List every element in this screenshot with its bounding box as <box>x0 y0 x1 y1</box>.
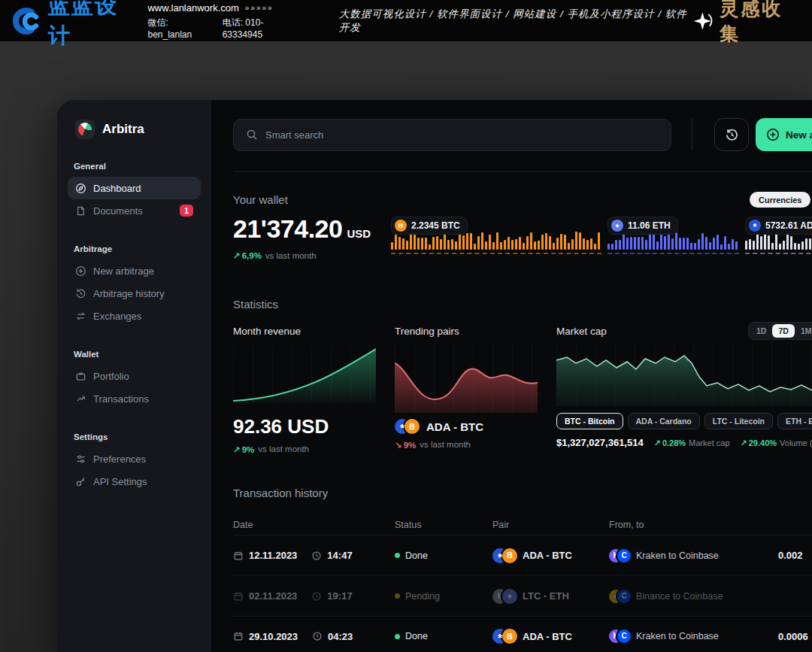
nav-section-wallet: Wallet <box>74 350 196 359</box>
market-cap-change: 0.28% <box>654 438 686 448</box>
topbar-divider <box>692 119 692 150</box>
sidebar-item-documents[interactable]: Documents 1 <box>68 199 201 222</box>
pair-icons <box>492 548 517 563</box>
sidebar-item-portfolio[interactable]: Portfolio <box>68 365 201 387</box>
lanlan-logo-icon <box>12 7 42 35</box>
tag-btc-bitcoin[interactable]: BTC - Bitcoin <box>556 413 623 429</box>
status-dot-done <box>395 634 400 639</box>
search-bar[interactable] <box>233 119 671 151</box>
tag-ada-cardano[interactable]: ADA - Cardano <box>628 413 700 429</box>
route-icons <box>609 590 631 603</box>
column-status: Status <box>395 520 492 530</box>
banner-services: 大数据可视化设计 / 软件界面设计 / 网站建设 / 手机及小程序设计 / 软件… <box>339 8 693 35</box>
balance-value: 21'374.20 <box>233 214 342 243</box>
nav-section-arbitrage: Arbitrage <box>74 244 196 253</box>
sidebar: Arbitra General Dashboard Documents 1 Ar… <box>57 100 211 652</box>
status-text: Pending <box>405 591 440 602</box>
document-icon <box>75 205 86 217</box>
arbitra-logo-icon <box>75 120 95 139</box>
btc-holding-group: 2.2345 BTC <box>391 217 601 254</box>
promo-banner: 蓝蓝设计 www.lanlanwork.com »»»»» 微信: ben_la… <box>0 0 812 41</box>
sidebar-item-label: Dashboard <box>93 183 141 194</box>
sidebar-item-label: Arbitrage history <box>93 288 165 299</box>
search-input[interactable] <box>265 129 659 141</box>
documents-badge: 1 <box>180 205 193 217</box>
month-revenue-value: 92.36 USD <box>233 415 376 438</box>
range-7d[interactable]: 7D <box>772 324 794 338</box>
btc-amount: 2.2345 BTC <box>411 220 460 231</box>
eth-holding-pill: 11.06 ETH <box>607 217 678 235</box>
coinbase-icon <box>617 590 631 603</box>
transaction-row[interactable]: 12.11.2023 14:47 Done ADA - BTC <box>233 535 812 575</box>
new-arbitrage-button[interactable]: New arbitrage <box>756 118 812 151</box>
column-from-to: From, to <box>609 520 778 530</box>
history-icon <box>75 288 86 299</box>
banner-wechat: 微信: ben_lanlan <box>147 17 211 40</box>
btc-holding-pill: 2.2345 BTC <box>391 217 468 235</box>
column-pair: Pair <box>492 520 609 530</box>
app-logo[interactable]: Arbitra <box>75 120 196 139</box>
ada-holding-pill: 5732.61 ADA <box>745 217 812 235</box>
btc-coin-icon <box>502 548 517 563</box>
clock-icon <box>311 591 322 602</box>
eth-amount: 11.06 ETH <box>628 220 671 231</box>
banner-website-link[interactable]: www.lanlanwork.com <box>147 2 238 14</box>
transaction-pair: LTC - ETH <box>523 590 569 602</box>
sidebar-item-arbitrage-history[interactable]: Arbitrage history <box>68 282 201 305</box>
arbitra-dashboard-window: Arbitra General Dashboard Documents 1 Ar… <box>57 100 812 652</box>
inspiration-collect-link[interactable]: 灵感收集 <box>692 0 800 46</box>
sidebar-item-api-settings[interactable]: API Settings <box>68 470 201 493</box>
balance-change-note: vs last month <box>265 251 317 260</box>
sidebar-item-label: Transactions <box>93 393 149 405</box>
coinbase-icon <box>617 629 631 643</box>
volume-change-label: Volume (24h) <box>780 438 812 448</box>
history-button[interactable] <box>714 118 749 151</box>
sidebar-item-label: Portfolio <box>93 371 129 382</box>
topbar: New arbitrage <box>233 100 812 172</box>
transaction-route: Binance to Coinbase <box>636 591 723 602</box>
sidebar-item-transactions[interactable]: Transactions <box>68 387 201 410</box>
eth-coin-icon <box>611 220 623 232</box>
ada-bars-chart <box>745 232 812 254</box>
sidebar-item-exchanges[interactable]: Exchanges <box>68 305 201 327</box>
balance-currency: USD <box>347 227 371 240</box>
currencies-button[interactable]: Currencies <box>750 192 810 208</box>
eth-holding-group: 11.06 ETH <box>607 217 739 254</box>
key-icon <box>75 476 86 487</box>
transaction-history-title: Transaction history <box>233 487 812 499</box>
transaction-pair: ADA - BTC <box>523 550 572 561</box>
route-icons <box>609 549 631 563</box>
market-cap-card: Market cap 1D 7D 1M <box>556 326 812 455</box>
transaction-time: 14:47 <box>327 550 352 561</box>
btc-coin-icon <box>395 220 407 232</box>
status-text: Done <box>405 550 428 561</box>
inspiration-collect-text: 灵感收集 <box>720 0 800 46</box>
range-1d[interactable]: 1D <box>750 324 772 338</box>
transaction-row[interactable]: 02.11.2023 19:17 Pending LTC - ETH <box>233 575 812 616</box>
sidebar-item-new-arbitrage[interactable]: New arbitrage <box>68 259 201 282</box>
sidebar-item-dashboard[interactable]: Dashboard <box>68 177 201 199</box>
status-dot-done <box>395 553 400 558</box>
tag-eth-ethereum[interactable]: ETH - Ethereum <box>777 413 812 429</box>
calendar-icon <box>233 550 244 561</box>
range-1m[interactable]: 1M <box>795 324 812 338</box>
clock-icon <box>312 631 323 641</box>
market-cap-stats: $1,327,027,361,514 0.28% Market cap 29.4… <box>556 437 812 448</box>
search-icon <box>246 129 258 141</box>
tag-ltc-litecoin[interactable]: LTC - Litecoin <box>704 413 773 429</box>
transaction-row[interactable]: 29.10.2023 04:23 Done ADA - BTC <box>233 616 812 652</box>
volume-change: 29.40% <box>741 438 777 448</box>
trending-pairs-label: Trending pairs <box>395 326 538 338</box>
transaction-date: 02.11.2023 <box>249 590 297 602</box>
sidebar-item-preferences[interactable]: Preferences <box>68 447 201 470</box>
lanlan-logo[interactable]: 蓝蓝设计 <box>12 0 137 51</box>
transfer-icon <box>75 393 86 405</box>
statistics-title: Statistics <box>233 298 812 311</box>
ada-amount: 5732.61 ADA <box>765 220 812 231</box>
calendar-icon <box>233 591 244 602</box>
sidebar-item-label: API Settings <box>93 476 147 487</box>
wallet-title: Your wallet <box>233 193 812 206</box>
wallet-body: 21'374.20USD 6,9% vs last month 2.2345 B… <box>233 215 812 263</box>
pair-icons <box>395 419 420 434</box>
month-revenue-change-note: vs last month <box>258 444 309 455</box>
